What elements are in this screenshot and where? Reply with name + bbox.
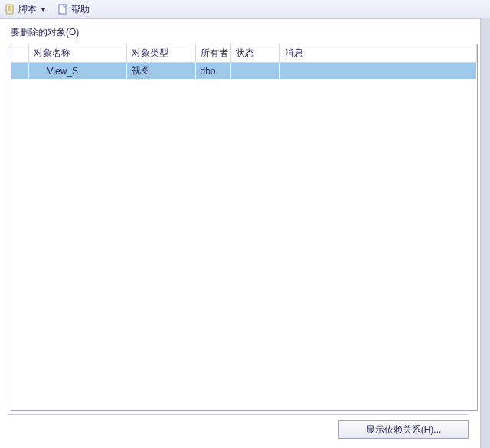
dialog-window: 脚本 ▾ 帮助 要删除的对象(O) <box>0 0 490 448</box>
col-name-header[interactable]: 对象名称 <box>28 44 126 63</box>
col-state-header[interactable]: 状态 <box>230 44 279 63</box>
table-row[interactable]: View_S视图dbo <box>11 63 477 80</box>
footer-separator <box>8 414 469 415</box>
dialog-footer: 显示依赖关系(H)... <box>8 420 469 440</box>
objects-table: 对象名称 对象类型 所有者 状态 消息 View_S视图dbo <box>11 44 477 79</box>
svg-rect-4 <box>59 5 66 14</box>
dropdown-arrow-icon[interactable]: ▾ <box>40 5 47 14</box>
row-type-cell: 视图 <box>126 63 195 80</box>
row-state-cell <box>230 63 279 80</box>
page-icon <box>57 4 68 15</box>
show-dependencies-button[interactable]: 显示依赖关系(H)... <box>338 420 469 439</box>
col-select-header[interactable] <box>11 44 28 63</box>
section-title: 要删除的对象(O) <box>11 26 478 39</box>
row-name-cell: View_S <box>28 63 126 80</box>
objects-table-header: 对象名称 对象类型 所有者 状态 消息 <box>11 44 477 63</box>
row-owner-cell: dbo <box>195 63 230 80</box>
scroll-icon <box>5 4 15 15</box>
row-select-cell[interactable] <box>11 63 28 80</box>
svg-rect-0 <box>6 5 13 14</box>
toolbar: 脚本 ▾ 帮助 <box>0 0 490 19</box>
client-area: 要删除的对象(O) 对象名称 对象类型 所有者 <box>0 18 481 448</box>
toolbar-help-label[interactable]: 帮助 <box>71 4 90 15</box>
row-message-cell <box>279 63 477 80</box>
col-type-header[interactable]: 对象类型 <box>126 44 195 63</box>
col-owner-header[interactable]: 所有者 <box>195 44 230 63</box>
toolbar-script-label[interactable]: 脚本 <box>18 4 37 15</box>
col-message-header[interactable]: 消息 <box>279 44 477 63</box>
objects-panel: 对象名称 对象类型 所有者 状态 消息 View_S视图dbo <box>11 44 478 411</box>
objects-table-body: View_S视图dbo <box>11 63 477 80</box>
right-strip <box>480 18 490 448</box>
